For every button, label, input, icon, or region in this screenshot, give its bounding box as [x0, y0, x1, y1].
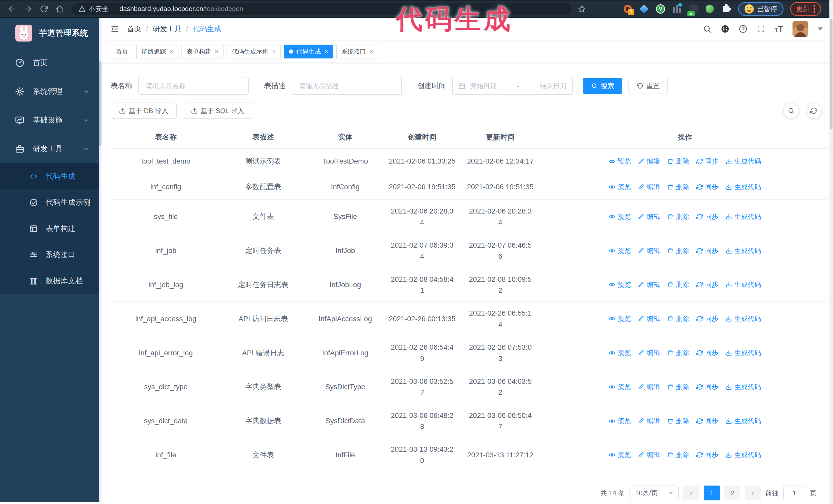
help-icon[interactable] [739, 25, 747, 33]
sync-link[interactable]: 同步 [696, 212, 718, 221]
extension-recorder-icon[interactable]: 1 [623, 4, 633, 14]
breadcrumb-devtools[interactable]: 研发工具 [153, 24, 182, 34]
tab-codegen[interactable]: 代码生成× [284, 45, 333, 58]
preview-link[interactable]: 预览 [609, 314, 631, 323]
header-search-icon[interactable] [703, 25, 712, 33]
avatar[interactable] [792, 21, 808, 37]
sync-link[interactable]: 同步 [696, 349, 718, 357]
generate-code-link[interactable]: 生成代码 [725, 212, 761, 221]
sync-link[interactable]: 同步 [696, 383, 718, 391]
extension-gem-icon[interactable] [639, 4, 649, 14]
sidebar-scrollbar-thumb[interactable] [99, 61, 101, 146]
table-name-input[interactable] [138, 77, 248, 95]
db-import-button[interactable]: 基于 DB 导入 [111, 102, 176, 119]
end-date-placeholder[interactable]: 结束日期 [540, 81, 567, 91]
sync-link[interactable]: 同步 [696, 280, 718, 289]
sql-import-button[interactable]: 基于 SQL 导入 [183, 102, 253, 119]
breadcrumb-home[interactable]: 首页 [127, 24, 142, 34]
delete-link[interactable]: 删除 [667, 450, 689, 459]
sync-link[interactable]: 同步 [696, 450, 718, 459]
tab-system-api[interactable]: 系统接口× [336, 45, 378, 58]
prev-page-button[interactable]: ‹ [683, 485, 699, 500]
reset-button[interactable]: 重置 [628, 78, 668, 94]
next-page-button[interactable]: › [745, 485, 761, 500]
tab-home[interactable]: 首页 [111, 45, 133, 58]
sidebar-item-system[interactable]: 系统管理 [0, 77, 101, 106]
extension-puzzle-icon[interactable] [721, 4, 731, 14]
home-button[interactable] [54, 3, 66, 15]
app-logo-row[interactable]: 芋道管理系统 [0, 18, 101, 48]
sync-link[interactable]: 同步 [696, 157, 718, 166]
generate-code-link[interactable]: 生成代码 [725, 450, 761, 459]
preview-link[interactable]: 预览 [609, 212, 631, 221]
edit-link[interactable]: 编辑 [638, 383, 660, 391]
page-size-select[interactable]: 10条/页 [629, 485, 679, 500]
sidebar-item-codegen[interactable]: 代码生成 [0, 163, 101, 189]
toggle-search-button[interactable] [783, 103, 799, 119]
generate-code-link[interactable]: 生成代码 [725, 416, 761, 426]
address-bar[interactable]: 不安全 dashboard.yudao.iocoder.cn/tool/code… [72, 3, 572, 15]
generate-code-link[interactable]: 生成代码 [725, 246, 761, 255]
sidebar-item-system-api[interactable]: 系统接口 [0, 242, 101, 268]
close-icon[interactable]: × [272, 48, 276, 55]
tab-form-builder[interactable]: 表单构建× [182, 45, 223, 58]
browser-update-button[interactable]: 更新 [790, 2, 821, 16]
edit-link[interactable]: 编辑 [638, 349, 660, 357]
delete-link[interactable]: 删除 [667, 280, 689, 289]
tab-codegen-example[interactable]: 代码生成示例× [227, 45, 281, 58]
preview-link[interactable]: 预览 [609, 383, 631, 391]
delete-link[interactable]: 删除 [667, 157, 689, 166]
preview-link[interactable]: 预览 [609, 183, 631, 192]
edit-link[interactable]: 编辑 [638, 280, 660, 289]
tab-tracing[interactable]: 链路追踪× [136, 45, 178, 58]
goto-page-input[interactable] [783, 485, 805, 500]
edit-link[interactable]: 编辑 [638, 416, 660, 426]
delete-link[interactable]: 删除 [667, 383, 689, 391]
edit-link[interactable]: 编辑 [638, 314, 660, 323]
sync-link[interactable]: 同步 [696, 183, 718, 192]
back-button[interactable] [6, 3, 18, 15]
sync-link[interactable]: 同步 [696, 246, 718, 255]
extension-screen-icon[interactable]: on [688, 4, 698, 14]
bookmark-star-icon[interactable] [578, 5, 586, 13]
extension-shield-icon[interactable]: V [656, 4, 665, 14]
generate-code-link[interactable]: 生成代码 [725, 383, 761, 391]
preview-link[interactable]: 预览 [609, 246, 631, 255]
sync-link[interactable]: 同步 [696, 314, 718, 323]
date-range-picker[interactable]: 开始日期 - 结束日期 [452, 77, 573, 95]
edit-link[interactable]: 编辑 [638, 157, 660, 166]
generate-code-link[interactable]: 生成代码 [725, 157, 761, 166]
page-scrollbar-thumb[interactable] [830, 19, 832, 129]
menu-dots-icon[interactable] [813, 5, 815, 13]
sidebar-item-infra[interactable]: 基础设施 [0, 106, 101, 135]
forward-button[interactable] [22, 3, 34, 15]
delete-link[interactable]: 删除 [667, 212, 689, 221]
preview-link[interactable]: 预览 [609, 416, 631, 426]
preview-link[interactable]: 预览 [609, 157, 631, 166]
start-date-placeholder[interactable]: 开始日期 [470, 81, 497, 91]
table-desc-input[interactable] [292, 77, 402, 95]
edit-link[interactable]: 编辑 [638, 183, 660, 192]
reload-button[interactable] [38, 3, 50, 15]
extension-animal-icon[interactable] [705, 4, 715, 14]
sidebar-item-codegen-example[interactable]: 代码生成示例 [0, 189, 101, 216]
sidebar-item-devtools[interactable]: 研发工具 [0, 135, 101, 163]
generate-code-link[interactable]: 生成代码 [725, 183, 761, 192]
refresh-button[interactable] [806, 103, 822, 119]
preview-link[interactable]: 预览 [609, 280, 631, 289]
github-icon[interactable] [721, 25, 730, 33]
sidebar-item-db-doc[interactable]: 数据库文档 [0, 268, 101, 294]
generate-code-link[interactable]: 生成代码 [725, 349, 761, 357]
preview-link[interactable]: 预览 [609, 349, 631, 357]
page-button-1[interactable]: 1 [704, 485, 720, 500]
delete-link[interactable]: 删除 [667, 246, 689, 255]
preview-link[interactable]: 预览 [609, 450, 631, 459]
delete-link[interactable]: 删除 [667, 314, 689, 323]
delete-link[interactable]: 删除 [667, 416, 689, 426]
generate-code-link[interactable]: 生成代码 [725, 280, 761, 289]
edit-link[interactable]: 编辑 [638, 212, 660, 221]
sidebar-fold-icon[interactable] [110, 24, 119, 33]
page-button-2[interactable]: 2 [724, 485, 740, 500]
close-icon[interactable]: × [370, 48, 373, 55]
fullscreen-icon[interactable] [757, 25, 765, 33]
